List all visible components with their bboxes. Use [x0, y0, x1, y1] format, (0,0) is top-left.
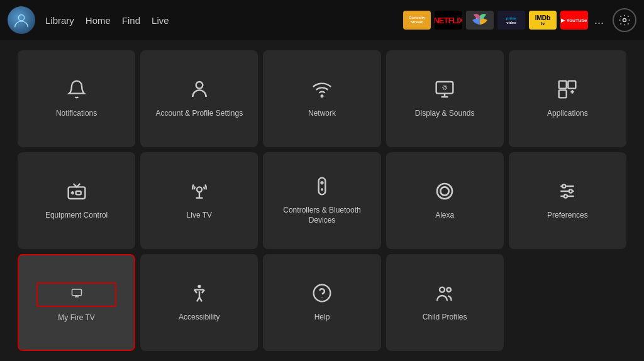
tile-controllers[interactable]: Controllers & Bluetooth Devices [263, 152, 380, 249]
svg-point-0 [18, 15, 24, 21]
svg-point-35 [440, 287, 445, 292]
tile-help-label: Help [314, 313, 330, 323]
svg-point-14 [197, 187, 202, 192]
svg-point-33 [314, 284, 331, 301]
tile-preferences-label: Preferences [547, 211, 588, 221]
svg-rect-13 [75, 191, 80, 194]
remote-icon [312, 176, 332, 199]
tile-display-label: Display & Sounds [415, 109, 475, 119]
nav-library[interactable]: Library [45, 13, 74, 28]
tile-help[interactable]: Help [263, 254, 380, 351]
tile-childprofiles[interactable]: Child Profiles [386, 254, 504, 351]
settings-button[interactable] [613, 8, 636, 32]
app-curiositystream[interactable]: CuriosityStream [403, 11, 431, 30]
app-netflix[interactable]: NETFLIX [435, 11, 462, 30]
tile-applications[interactable]: Applications [509, 50, 626, 147]
firetv-device-icon [69, 287, 84, 302]
svg-rect-29 [72, 289, 81, 296]
svg-point-22 [441, 187, 449, 195]
svg-point-36 [447, 287, 452, 292]
apps-icon [557, 79, 577, 103]
more-apps-button[interactable]: ... [592, 14, 606, 27]
firetv-inner-box [36, 282, 116, 307]
svg-rect-8 [569, 81, 576, 88]
svg-point-3 [196, 82, 203, 89]
tile-preferences[interactable]: Preferences [509, 152, 626, 249]
tile-childprofiles-label: Child Profiles [423, 313, 467, 323]
tile-accessibility[interactable]: Accessibility [140, 254, 258, 351]
app-imdbtv[interactable]: IMDb tv [529, 11, 557, 30]
tile-alexa[interactable]: Alexa [386, 152, 504, 249]
svg-rect-5 [436, 82, 453, 94]
wifi-icon [312, 79, 332, 103]
svg-rect-7 [559, 81, 567, 88]
nav-find[interactable]: Find [122, 13, 140, 28]
tile-alexa-label: Alexa [435, 211, 454, 221]
tile-myfiretv-label: My Fire TV [58, 313, 94, 323]
tile-equipment-label: Equipment Control [45, 211, 108, 221]
antenna-icon [189, 181, 209, 204]
accessibility-icon [189, 283, 209, 306]
svg-point-2 [623, 19, 626, 22]
tv-icon [67, 181, 87, 204]
svg-point-32 [197, 284, 201, 287]
nav-links: Library Home Find Live [45, 13, 169, 28]
tile-notifications-label: Notifications [56, 109, 97, 119]
svg-rect-9 [559, 90, 567, 97]
tile-network-label: Network [308, 109, 336, 119]
tile-account-label: Account & Profile Settings [155, 109, 243, 119]
svg-rect-10 [68, 187, 85, 199]
tile-accessibility-label: Accessibility [179, 313, 219, 323]
app-primevideo[interactable]: prime video [497, 11, 525, 30]
tile-network[interactable]: Network [263, 50, 380, 147]
tile-display[interactable]: Display & Sounds [386, 50, 504, 147]
nav-live[interactable]: Live [152, 13, 169, 28]
svg-point-6 [443, 86, 447, 89]
app-youtube[interactable]: ▶ YouTube [560, 11, 588, 30]
nav-home[interactable]: Home [86, 13, 111, 28]
tile-livetv[interactable]: Live TV [140, 152, 258, 249]
alexa-icon [435, 181, 455, 204]
app-peacock[interactable] [466, 11, 494, 30]
settings-grid: Notifications Account & Profile Settings… [0, 40, 644, 361]
tile-myfiretv[interactable]: My Fire TV [18, 254, 135, 351]
svg-point-21 [437, 184, 452, 199]
tile-account[interactable]: Account & Profile Settings [140, 50, 258, 147]
svg-point-4 [321, 95, 323, 97]
svg-point-26 [562, 184, 565, 187]
person-icon [189, 79, 209, 103]
svg-point-27 [569, 189, 572, 192]
user-avatar[interactable] [8, 6, 35, 34]
bell-icon [67, 79, 87, 103]
tile-applications-label: Applications [547, 109, 588, 119]
svg-point-20 [321, 188, 323, 191]
app-shortcuts: CuriosityStream NETFLIX prime video IMDb… [403, 8, 636, 32]
top-navigation: Library Home Find Live CuriosityStream N… [0, 0, 644, 40]
tile-equipment[interactable]: Equipment Control [18, 152, 135, 249]
svg-rect-17 [319, 178, 326, 195]
tile-notifications[interactable]: Notifications [18, 50, 135, 147]
family-icon [435, 283, 455, 306]
help-icon [312, 283, 332, 306]
svg-point-34 [321, 297, 322, 297]
monitor-icon [435, 79, 455, 103]
sliders-icon [557, 181, 577, 204]
tile-controllers-label: Controllers & Bluetooth Devices [270, 206, 373, 225]
svg-point-28 [564, 194, 567, 197]
tile-livetv-label: Live TV [187, 211, 212, 221]
